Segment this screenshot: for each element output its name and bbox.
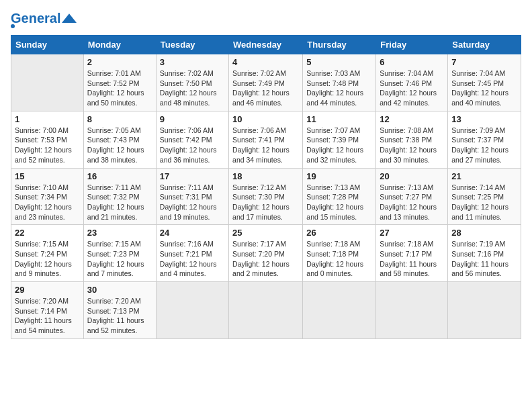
calendar-cell [156,282,228,339]
calendar-week-row: 22Sunrise: 7:15 AM Sunset: 7:24 PM Dayli… [11,225,521,282]
calendar-cell: 25Sunrise: 7:17 AM Sunset: 7:20 PM Dayli… [229,225,303,282]
day-number: 20 [380,171,444,181]
calendar-cell: 30Sunrise: 7:20 AM Sunset: 7:13 PM Dayli… [83,282,156,339]
day-info: Sunrise: 7:16 AM Sunset: 7:21 PM Dayligh… [160,239,225,279]
day-info: Sunrise: 7:02 AM Sunset: 7:50 PM Dayligh… [160,68,225,108]
day-info: Sunrise: 7:06 AM Sunset: 7:41 PM Dayligh… [232,126,299,165]
col-header-thursday: Thursday [303,36,376,54]
day-info: Sunrise: 7:13 AM Sunset: 7:27 PM Dayligh… [380,183,444,222]
calendar-cell: 22Sunrise: 7:15 AM Sunset: 7:24 PM Dayli… [11,225,84,282]
calendar-cell: 24Sunrise: 7:16 AM Sunset: 7:21 PM Dayli… [156,225,228,282]
calendar-cell [303,282,376,339]
day-info: Sunrise: 7:07 AM Sunset: 7:39 PM Dayligh… [306,126,372,165]
calendar-cell: 7Sunrise: 7:04 AM Sunset: 7:45 PM Daylig… [448,54,521,111]
calendar-cell: 4Sunrise: 7:02 AM Sunset: 7:49 PM Daylig… [229,54,303,111]
col-header-friday: Friday [376,36,448,54]
calendar-cell [11,54,84,111]
day-number: 30 [87,285,152,295]
calendar-cell: 19Sunrise: 7:13 AM Sunset: 7:28 PM Dayli… [303,168,376,225]
day-number: 4 [232,57,299,67]
day-number: 1 [15,114,80,124]
day-info: Sunrise: 7:11 AM Sunset: 7:31 PM Dayligh… [160,183,225,222]
calendar-cell [448,282,521,339]
calendar-cell: 8Sunrise: 7:05 AM Sunset: 7:43 PM Daylig… [83,111,156,168]
day-number: 3 [160,57,225,67]
col-header-monday: Monday [83,36,156,54]
day-number: 27 [380,228,444,238]
day-info: Sunrise: 7:08 AM Sunset: 7:38 PM Dayligh… [380,126,444,165]
calendar-week-row: 2Sunrise: 7:01 AM Sunset: 7:52 PM Daylig… [11,54,521,111]
day-number: 11 [306,114,372,124]
day-number: 8 [87,114,152,124]
day-number: 19 [306,171,372,181]
day-number: 23 [87,228,152,238]
day-info: Sunrise: 7:18 AM Sunset: 7:17 PM Dayligh… [380,239,444,279]
calendar-cell: 6Sunrise: 7:04 AM Sunset: 7:46 PM Daylig… [376,54,448,111]
day-number: 18 [232,171,299,181]
day-info: Sunrise: 7:10 AM Sunset: 7:34 PM Dayligh… [15,183,80,222]
calendar-cell: 20Sunrise: 7:13 AM Sunset: 7:27 PM Dayli… [376,168,448,225]
calendar-cell: 9Sunrise: 7:06 AM Sunset: 7:42 PM Daylig… [156,111,228,168]
day-number: 22 [15,228,80,238]
day-info: Sunrise: 7:11 AM Sunset: 7:32 PM Dayligh… [87,183,152,222]
calendar-cell: 15Sunrise: 7:10 AM Sunset: 7:34 PM Dayli… [11,168,84,225]
calendar-cell: 10Sunrise: 7:06 AM Sunset: 7:41 PM Dayli… [229,111,303,168]
day-number: 21 [451,171,517,181]
calendar-cell [376,282,448,339]
day-number: 2 [87,57,152,67]
day-info: Sunrise: 7:04 AM Sunset: 7:46 PM Dayligh… [380,68,444,108]
calendar-cell: 28Sunrise: 7:19 AM Sunset: 7:16 PM Dayli… [448,225,521,282]
day-number: 29 [15,285,80,295]
day-number: 25 [232,228,299,238]
calendar-cell: 1Sunrise: 7:00 AM Sunset: 7:53 PM Daylig… [11,111,84,168]
day-info: Sunrise: 7:18 AM Sunset: 7:18 PM Dayligh… [306,239,372,279]
day-info: Sunrise: 7:19 AM Sunset: 7:16 PM Dayligh… [451,239,517,279]
day-info: Sunrise: 7:01 AM Sunset: 7:52 PM Dayligh… [87,68,152,108]
day-info: Sunrise: 7:15 AM Sunset: 7:23 PM Dayligh… [87,239,152,279]
day-number: 17 [160,171,225,181]
day-info: Sunrise: 7:05 AM Sunset: 7:43 PM Dayligh… [87,126,152,165]
calendar-cell: 13Sunrise: 7:09 AM Sunset: 7:37 PM Dayli… [448,111,521,168]
day-number: 24 [160,228,225,238]
logo: General [11,11,77,28]
day-number: 26 [306,228,372,238]
day-info: Sunrise: 7:15 AM Sunset: 7:24 PM Dayligh… [15,239,80,279]
calendar-cell: 21Sunrise: 7:14 AM Sunset: 7:25 PM Dayli… [448,168,521,225]
calendar-cell: 23Sunrise: 7:15 AM Sunset: 7:23 PM Dayli… [83,225,156,282]
calendar-cell: 3Sunrise: 7:02 AM Sunset: 7:50 PM Daylig… [156,54,228,111]
calendar-cell: 12Sunrise: 7:08 AM Sunset: 7:38 PM Dayli… [376,111,448,168]
day-number: 12 [380,114,444,124]
day-number: 10 [232,114,299,124]
calendar-cell: 2Sunrise: 7:01 AM Sunset: 7:52 PM Daylig… [83,54,156,111]
col-header-saturday: Saturday [448,36,521,54]
day-info: Sunrise: 7:03 AM Sunset: 7:48 PM Dayligh… [306,68,372,108]
calendar-week-row: 29Sunrise: 7:20 AM Sunset: 7:14 PM Dayli… [11,282,521,339]
logo-icon [62,13,77,23]
day-info: Sunrise: 7:06 AM Sunset: 7:42 PM Dayligh… [160,126,225,165]
day-info: Sunrise: 7:14 AM Sunset: 7:25 PM Dayligh… [451,183,517,222]
svg-marker-0 [62,13,77,23]
day-info: Sunrise: 7:00 AM Sunset: 7:53 PM Dayligh… [15,126,80,165]
header: General [11,11,521,28]
day-number: 15 [15,171,80,181]
calendar-cell: 16Sunrise: 7:11 AM Sunset: 7:32 PM Dayli… [83,168,156,225]
day-number: 6 [380,57,444,67]
calendar-cell: 11Sunrise: 7:07 AM Sunset: 7:39 PM Dayli… [303,111,376,168]
calendar-cell: 26Sunrise: 7:18 AM Sunset: 7:18 PM Dayli… [303,225,376,282]
day-info: Sunrise: 7:04 AM Sunset: 7:45 PM Dayligh… [451,68,517,108]
day-info: Sunrise: 7:02 AM Sunset: 7:49 PM Dayligh… [232,68,299,108]
day-number: 13 [451,114,517,124]
day-number: 28 [451,228,517,238]
col-header-wednesday: Wednesday [229,36,303,54]
day-info: Sunrise: 7:12 AM Sunset: 7:30 PM Dayligh… [232,183,299,222]
logo-text: General [11,11,60,26]
calendar-week-row: 1Sunrise: 7:00 AM Sunset: 7:53 PM Daylig… [11,111,521,168]
day-number: 9 [160,114,225,124]
day-number: 7 [451,57,517,67]
day-info: Sunrise: 7:20 AM Sunset: 7:13 PM Dayligh… [87,296,152,336]
calendar-cell: 18Sunrise: 7:12 AM Sunset: 7:30 PM Dayli… [229,168,303,225]
day-number: 16 [87,171,152,181]
calendar-week-row: 15Sunrise: 7:10 AM Sunset: 7:34 PM Dayli… [11,168,521,225]
col-header-tuesday: Tuesday [156,36,228,54]
calendar-cell: 17Sunrise: 7:11 AM Sunset: 7:31 PM Dayli… [156,168,228,225]
